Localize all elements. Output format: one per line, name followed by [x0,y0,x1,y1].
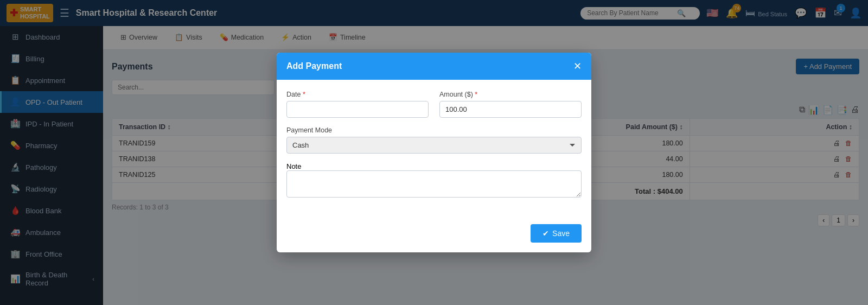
modal-overlay[interactable]: Add Payment ✕ Date * Amount ($) * [0,0,868,305]
amount-group: Amount ($) * [439,91,582,118]
date-label: Date * [286,91,429,98]
modal-title: Add Payment [286,61,342,71]
amount-label: Amount ($) * [439,91,582,98]
save-label: Save [552,229,570,238]
modal-footer: ✔ Save [277,219,591,252]
note-group: Note [286,162,582,199]
add-payment-modal: Add Payment ✕ Date * Amount ($) * [277,53,591,252]
modal-close-button[interactable]: ✕ [573,60,582,72]
date-required-star: * [303,91,305,98]
note-label: Note [286,162,301,170]
modal-header: Add Payment ✕ [277,53,591,80]
save-check-icon: ✔ [542,229,549,238]
date-input[interactable] [286,101,429,118]
date-group: Date * [286,91,429,118]
payment-mode-group: Payment Mode Cash Cheque Online [286,126,582,154]
form-row-date-amount: Date * Amount ($) * [286,91,582,118]
note-textarea[interactable] [286,170,582,198]
payment-mode-select[interactable]: Cash Cheque Online [286,137,582,154]
payment-mode-label: Payment Mode [286,126,582,134]
save-button[interactable]: ✔ Save [531,224,582,243]
amount-required-star: * [475,91,477,98]
modal-body: Date * Amount ($) * Payment Mode Cash [277,80,591,219]
amount-input[interactable] [439,101,582,118]
